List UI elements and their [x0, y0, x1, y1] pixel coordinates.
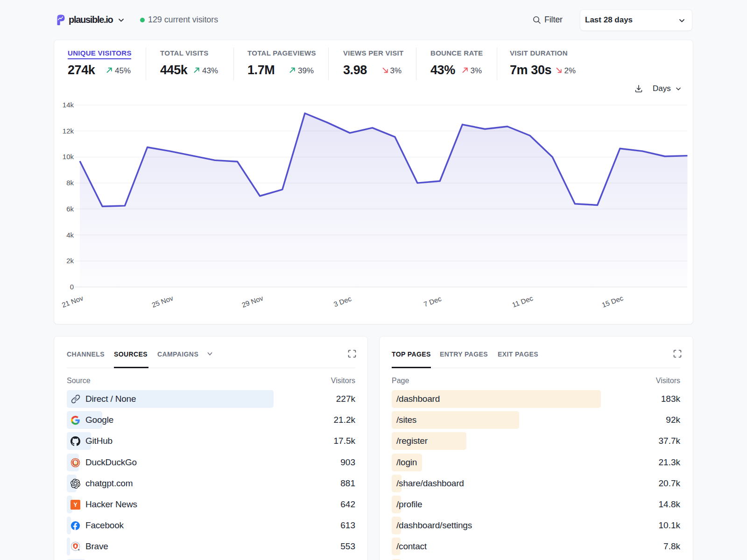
- svg-text:0: 0: [70, 283, 74, 291]
- svg-text:15 Dec: 15 Dec: [601, 294, 625, 309]
- svg-text:21 Nov: 21 Nov: [61, 294, 85, 309]
- svg-text:8k: 8k: [66, 179, 74, 187]
- svg-text:4k: 4k: [66, 231, 74, 239]
- svg-text:14k: 14k: [63, 101, 74, 109]
- svg-text:29 Nov: 29 Nov: [240, 294, 264, 309]
- svg-text:25 Nov: 25 Nov: [151, 294, 175, 309]
- svg-text:12k: 12k: [63, 127, 74, 135]
- svg-text:3 Dec: 3 Dec: [332, 294, 352, 308]
- svg-text:7 Dec: 7 Dec: [423, 294, 443, 308]
- svg-text:Y: Y: [73, 502, 77, 508]
- svg-text:6k: 6k: [66, 205, 74, 213]
- svg-text:11 Dec: 11 Dec: [511, 294, 534, 309]
- svg-text:10k: 10k: [63, 153, 74, 161]
- svg-text:2k: 2k: [66, 257, 74, 265]
